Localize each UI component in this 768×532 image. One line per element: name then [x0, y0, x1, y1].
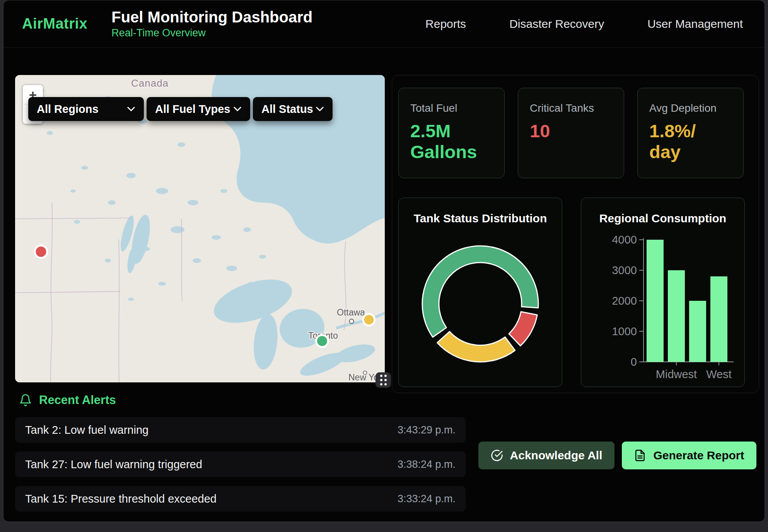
map-filter-bar: All Regions All Fuel Types All Status: [28, 97, 333, 121]
y-axis-tick-label: 4000: [612, 234, 637, 246]
alert-row[interactable]: Tank 2: Low fuel warning 3:43:29 p.m.: [15, 417, 466, 443]
bar-2: [689, 301, 706, 362]
alert-row[interactable]: Tank 15: Pressure threshold exceeded 3:3…: [15, 486, 466, 512]
alert-timestamp: 3:33:24 p.m.: [398, 493, 456, 505]
nav-disaster-recovery[interactable]: Disaster Recovery: [509, 17, 604, 31]
map-resize-handle[interactable]: [375, 372, 391, 388]
stat-card-avg-depletion: Avg Depletion 1.8%/day: [637, 88, 744, 178]
main-nav: Reports Disaster Recovery User Managemen…: [425, 17, 743, 31]
donut-segment-warning: [437, 332, 515, 362]
x-axis-tick-label: Midwest: [656, 368, 697, 380]
y-axis-tick-label: 3000: [612, 264, 637, 276]
page-title: Fuel Monitoring Dashboard: [111, 9, 312, 26]
tank-status-chart-card: Tank Status Distribution: [398, 198, 562, 387]
new-york-city-dot: [364, 371, 367, 375]
tank-marker-normal[interactable]: [316, 335, 328, 347]
chevron-down-icon: [127, 106, 135, 112]
fuel-type-filter-select[interactable]: All Fuel Types: [147, 97, 250, 121]
map-canvas[interactable]: Canada Ottawa Toronto New York: [15, 75, 385, 382]
stat-value-critical-tanks: 10: [530, 121, 612, 142]
alerts-header: Recent Alerts: [19, 393, 116, 407]
y-axis-tick-label: 0: [631, 356, 637, 368]
status-filter-value: All Status: [261, 103, 313, 116]
regional-consumption-bar-chart: 01000200030004000MidwestWest: [587, 225, 738, 387]
bar-Midwest: [668, 270, 685, 362]
stat-card-critical-tanks: Critical Tanks 10: [518, 88, 624, 178]
region-filter-select[interactable]: All Regions: [28, 97, 144, 121]
alert-row[interactable]: Tank 27: Low fuel warning triggered 3:38…: [15, 452, 466, 477]
alerts-title: Recent Alerts: [39, 393, 116, 407]
y-axis-tick-label: 2000: [612, 295, 637, 307]
acknowledge-all-label: Acknowledge All: [510, 449, 602, 462]
regional-consumption-chart-card: Regional Consumption 01000200030004000Mi…: [581, 198, 745, 387]
alert-text: Tank 2: Low fuel warning: [25, 424, 148, 437]
bar-0: [647, 240, 664, 362]
fuel-map[interactable]: Canada Ottawa Toronto New York + − All R…: [15, 75, 385, 382]
kpi-panel: Total Fuel 2.5M Gallons Critical Tanks 1…: [392, 75, 759, 393]
stat-label: Total Fuel: [410, 102, 493, 114]
title-block: Fuel Monitoring Dashboard Real-Time Over…: [111, 9, 312, 39]
stat-value-avg-depletion: 1.8%/day: [649, 121, 701, 162]
bell-icon: [19, 394, 32, 407]
region-filter-value: All Regions: [37, 103, 99, 116]
bar-West: [710, 276, 727, 362]
stats-row: Total Fuel 2.5M Gallons Critical Tanks 1…: [398, 88, 744, 178]
alert-text: Tank 15: Pressure threshold exceeded: [25, 493, 217, 505]
tank-marker-critical[interactable]: [35, 246, 47, 258]
map-label-ottawa: Ottawa: [337, 307, 365, 317]
status-filter-select[interactable]: All Status: [253, 97, 333, 121]
generate-report-button[interactable]: Generate Report: [622, 442, 756, 469]
brand-logo: AirMatrix: [22, 15, 87, 32]
acknowledge-all-button[interactable]: Acknowledge All: [478, 442, 614, 469]
page-subtitle: Real-Time Overview: [111, 27, 312, 39]
report-file-icon: [634, 449, 646, 462]
bar-chart-title: Regional Consumption: [599, 212, 726, 225]
donut-chart-title: Tank Status Distribution: [414, 212, 547, 225]
nav-reports[interactable]: Reports: [425, 17, 466, 31]
alert-timestamp: 3:43:29 p.m.: [398, 424, 456, 436]
header: AirMatrix Fuel Monitoring Dashboard Real…: [3, 0, 765, 48]
tank-status-donut-chart: [415, 238, 546, 370]
x-axis-tick-label: West: [706, 368, 732, 380]
donut-segment-critical: [509, 312, 537, 346]
nav-user-management[interactable]: User Management: [647, 17, 743, 31]
alert-text: Tank 27: Low fuel warning triggered: [25, 458, 202, 471]
tank-marker-warning[interactable]: [363, 314, 375, 326]
y-axis-tick-label: 1000: [612, 325, 637, 338]
chevron-down-icon: [316, 106, 324, 112]
chevron-down-icon: [233, 106, 242, 112]
stat-label: Critical Tanks: [530, 102, 612, 114]
ottawa-city-dot: [350, 319, 354, 324]
stat-value-total-fuel: 2.5M Gallons: [410, 121, 490, 162]
check-circle-icon: [491, 449, 503, 462]
fuel-type-filter-value: All Fuel Types: [155, 103, 230, 116]
stat-card-total-fuel: Total Fuel 2.5M Gallons: [398, 88, 505, 178]
app-window: AirMatrix Fuel Monitoring Dashboard Real…: [3, 0, 765, 522]
alert-timestamp: 3:38:24 p.m.: [398, 459, 456, 471]
map-label-country: Canada: [131, 77, 169, 89]
generate-report-label: Generate Report: [653, 449, 744, 462]
stat-label: Avg Depletion: [649, 102, 732, 114]
